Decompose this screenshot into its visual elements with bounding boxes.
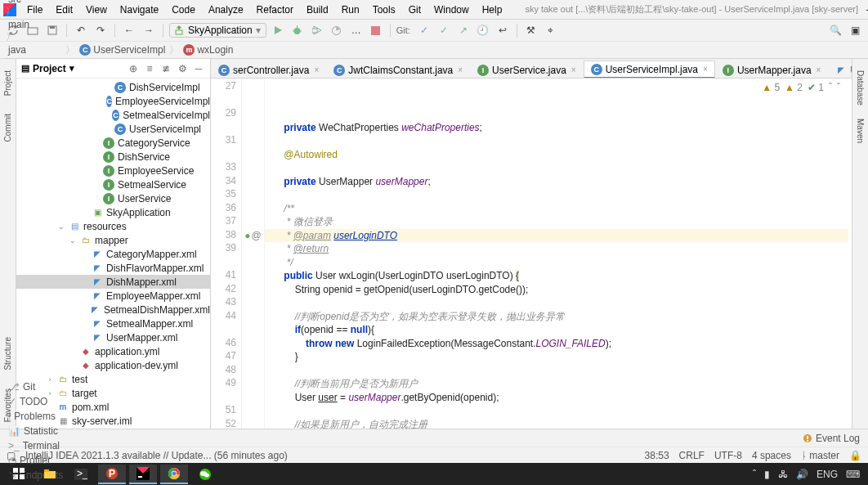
menu-build[interactable]: Build <box>300 2 335 17</box>
tab-close-icon[interactable]: × <box>571 65 576 74</box>
expand-all-icon[interactable]: ≡ <box>143 62 156 75</box>
tree-item[interactable]: CDishServiceImpl <box>16 80 210 94</box>
save-icon[interactable] <box>44 22 60 38</box>
tree-item[interactable]: ◤DishFlavorMapper.xml <box>16 261 210 275</box>
tray-ime-icon[interactable]: ⌨ <box>846 469 860 480</box>
menu-refactor[interactable]: Refactor <box>250 2 300 17</box>
undo-icon[interactable]: ↶ <box>73 22 89 38</box>
tree-item[interactable]: ◆application-dev.yml <box>16 358 210 372</box>
tree-item[interactable]: CSetmealServiceImpl <box>16 108 210 122</box>
taskbar-explorer-icon[interactable] <box>36 465 64 484</box>
open-icon[interactable] <box>25 22 41 38</box>
tree-item[interactable]: ◤SetmealDishMapper.xml <box>16 303 210 317</box>
project-panel-title[interactable]: ▤ Project ▾ <box>21 63 74 74</box>
tree-item[interactable]: CUserServiceImpl <box>16 122 210 136</box>
redo-icon[interactable]: ↷ <box>92 22 109 38</box>
settings-icon[interactable]: ▣ <box>847 22 863 38</box>
profile-icon[interactable] <box>329 22 345 38</box>
breadcrumb-method[interactable]: mwxLogin <box>180 44 236 56</box>
tree-item[interactable]: ◤EmployeeMapper.xml <box>16 289 210 303</box>
prev-highlight-icon[interactable]: ˆ <box>829 81 832 95</box>
tab-close-icon[interactable]: × <box>458 65 463 74</box>
git-commit-icon[interactable]: ✓ <box>436 22 452 38</box>
tree-item[interactable]: CEmployeeServiceImpl <box>16 94 210 108</box>
select-opened-icon[interactable]: ⊕ <box>127 62 140 75</box>
tool-tab-project[interactable]: Project <box>2 64 14 102</box>
tray-battery-icon[interactable]: ▮ <box>764 469 770 480</box>
tree-chevron-icon[interactable]: ⌄ <box>57 222 65 231</box>
tray-volume-icon[interactable]: 🔊 <box>796 469 808 480</box>
code-editor[interactable]: 5 2 1 ˆ ˇ private WeChatProperties weCha… <box>265 79 852 429</box>
bottom-tab-todo[interactable]: ✓TODO <box>0 394 71 409</box>
git-rollback-icon[interactable]: ↩ <box>494 22 511 38</box>
gutter-icons[interactable]: ●@ <box>242 79 265 429</box>
tray-expand-icon[interactable]: ˆ <box>753 469 756 480</box>
attach-icon[interactable]: … <box>348 22 365 38</box>
run-icon[interactable] <box>270 22 286 38</box>
breadcrumb-class[interactable]: CUserServiceImpl <box>76 44 168 56</box>
back-icon[interactable]: ← <box>121 22 137 38</box>
taskbar-powerpoint-icon[interactable]: P <box>98 465 126 484</box>
tool-tab-commit[interactable]: Commit <box>2 107 14 148</box>
editor-tab[interactable]: IUserService.java× <box>470 61 584 79</box>
menu-code[interactable]: Code <box>165 2 202 17</box>
tab-close-icon[interactable]: × <box>314 65 319 74</box>
system-tray[interactable]: ˆ ▮ 🖧 🔊 ENG ⌨ <box>753 469 863 480</box>
tool-tab-structure[interactable]: Structure <box>2 330 14 377</box>
search-everywhere-icon[interactable]: ⌖ <box>543 22 559 38</box>
menu-run[interactable]: Run <box>335 2 366 17</box>
tree-item[interactable]: IEmployeeService <box>16 164 210 177</box>
tree-item[interactable]: ◆application.yml <box>16 344 210 358</box>
inspection-indicator[interactable]: 5 2 1 ˆ ˇ <box>762 81 840 95</box>
menu-navigate[interactable]: Navigate <box>114 2 165 17</box>
tree-item[interactable]: ◤CategoryMapper.xml <box>16 247 210 261</box>
file-encoding[interactable]: UTF-8 <box>714 450 742 461</box>
sync-icon[interactable] <box>5 22 21 38</box>
breadcrumb-segment[interactable]: java <box>5 44 65 56</box>
git-branch[interactable]: ᚿ master <box>801 450 839 461</box>
menu-view[interactable]: View <box>79 2 114 17</box>
tree-item[interactable]: ◤UserMapper.xml <box>16 330 210 344</box>
tree-chevron-icon[interactable]: ⌄ <box>69 236 77 245</box>
tree-item[interactable]: ⌄▤resources <box>16 219 210 233</box>
tree-item[interactable]: ▣SkyApplication <box>16 205 210 219</box>
stop-icon[interactable] <box>368 22 384 38</box>
status-message[interactable]: IntelliJ IDEA 2021.1.3 available // Upda… <box>25 450 635 461</box>
menu-window[interactable]: Window <box>427 2 476 17</box>
tab-close-icon[interactable]: × <box>703 65 708 74</box>
tab-close-icon[interactable]: × <box>817 65 821 74</box>
git-push-icon[interactable]: ↗ <box>455 22 472 38</box>
taskbar-intellij-icon[interactable] <box>129 465 157 484</box>
breadcrumb-segment[interactable]: src <box>5 0 65 5</box>
collapse-all-icon[interactable]: ≢ <box>159 62 172 75</box>
taskbar-chrome-icon[interactable] <box>160 465 188 484</box>
panel-settings-icon[interactable]: ⚙ <box>176 62 189 75</box>
forward-icon[interactable]: → <box>141 22 157 38</box>
bottom-tab-statistic[interactable]: 📊Statistic <box>0 424 71 438</box>
tree-item[interactable]: ◤DishMapper.xml <box>16 275 210 289</box>
event-log-tab[interactable]: Event Log <box>803 433 868 444</box>
git-update-icon[interactable]: ✓ <box>416 22 432 38</box>
search-icon[interactable]: 🔍 <box>827 22 843 38</box>
taskbar-wechat-icon[interactable] <box>191 465 219 484</box>
tool-tab-maven[interactable]: Maven <box>854 112 866 150</box>
coverage-icon[interactable] <box>309 22 325 38</box>
bottom-tab-git[interactable]: ⎇Git <box>0 379 71 394</box>
debug-icon[interactable] <box>289 22 306 38</box>
indent-setting[interactable]: 4 spaces <box>752 450 791 461</box>
tray-network-icon[interactable]: 🖧 <box>778 469 788 480</box>
editor-tab[interactable]: ◤UserMapper.xml× <box>828 61 852 79</box>
project-tree[interactable]: CDishServiceImplCEmployeeServiceImplCSet… <box>16 79 210 429</box>
tool-tab-database[interactable]: Database <box>854 64 866 112</box>
line-separator[interactable]: CRLF <box>679 450 705 461</box>
tree-item[interactable]: ISetmealService <box>16 177 210 191</box>
tree-item[interactable]: ⌄🗀mapper <box>16 233 210 247</box>
menu-analyze[interactable]: Analyze <box>202 2 250 17</box>
run-config-selector[interactable]: SkyApplication ▾ <box>169 23 266 38</box>
tree-item[interactable]: IUserService <box>16 191 210 205</box>
tree-item[interactable]: ICategoryService <box>16 136 210 150</box>
editor-tab[interactable]: CUserServiceImpl.java× <box>584 61 715 79</box>
editor-tab[interactable]: CserController.java× <box>211 61 326 79</box>
tree-item[interactable]: ◤SetmealMapper.xml <box>16 317 210 330</box>
line-number-gutter[interactable]: 2729313334353637383941424344464748495152… <box>211 79 242 429</box>
